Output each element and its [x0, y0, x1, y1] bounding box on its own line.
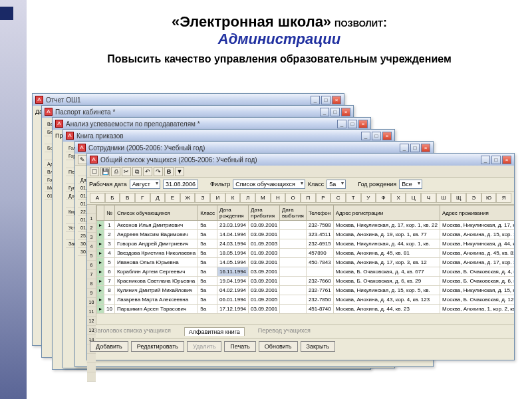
- cell[interactable]: 323-4511: [306, 230, 333, 239]
- close-button[interactable]: ×: [382, 132, 392, 140]
- alpha-letter[interactable]: С: [331, 193, 346, 203]
- titlebar[interactable]: A Общий список учащихся (2005-2006: Учеб…: [87, 154, 514, 166]
- cell[interactable]: [280, 295, 307, 305]
- cell[interactable]: [280, 221, 307, 230]
- cell[interactable]: Москва, Б. Очаковская, д. 4, кв. 677: [333, 267, 440, 277]
- cell[interactable]: ▸: [97, 305, 104, 314]
- titlebar[interactable]: A Сотрудники (2005-2006: Учебный год) _ …: [75, 142, 433, 154]
- alpha-letter[interactable]: Ч: [421, 193, 436, 203]
- table-row[interactable]: ▸7Красникова Светлана Юрьевна5а19.04.199…: [97, 277, 515, 286]
- cell[interactable]: Паршикин Арсен Тарасович: [114, 305, 198, 314]
- column-header[interactable]: Список обучающихся: [114, 205, 198, 221]
- cell[interactable]: 5а: [198, 221, 217, 230]
- titlebar[interactable]: A Отчет ОШ1 _ □ ×: [33, 94, 344, 106]
- column-header[interactable]: Дата рождения: [217, 205, 249, 221]
- minimize-button[interactable]: _: [320, 108, 329, 116]
- cell[interactable]: Лазарева Марта Алексеевна: [114, 295, 198, 305]
- cell[interactable]: Москва, Никулинская, д. 17, кор. 2, кв. …: [440, 221, 514, 230]
- alpha-letter[interactable]: М: [255, 193, 271, 203]
- new-icon[interactable]: ☐: [90, 167, 99, 176]
- cell[interactable]: 5а: [198, 286, 217, 295]
- maximize-button[interactable]: □: [410, 144, 420, 152]
- table-row[interactable]: ▸3Говоров Андрей Дмитриевич5а24.03.19940…: [97, 239, 515, 249]
- cell[interactable]: 24.03.1994: [217, 239, 249, 249]
- alpha-letter[interactable]: Э: [466, 193, 481, 203]
- window-students[interactable]: A Общий список учащихся (2005-2006: Учеб…: [86, 153, 515, 360]
- cell[interactable]: Москва, Никулинская, д. 15, кор. 5, кв.: [333, 286, 440, 295]
- minimize-button[interactable]: _: [311, 96, 320, 104]
- cell[interactable]: 03.09.2001: [249, 286, 280, 295]
- cell[interactable]: 14.05.1994: [217, 258, 249, 267]
- close-button[interactable]: Закрыть: [301, 341, 336, 352]
- alpha-letter[interactable]: Ф: [376, 193, 391, 203]
- grid-scroll[interactable]: №Список обучающихсяКлассДата рожденияДат…: [96, 205, 514, 325]
- cell[interactable]: 451-8740: [306, 305, 333, 314]
- row-nav-cell[interactable]: 7: [87, 270, 96, 279]
- close-button[interactable]: ×: [332, 96, 341, 104]
- close-button[interactable]: ×: [358, 120, 368, 128]
- cell[interactable]: [280, 267, 307, 277]
- cell[interactable]: 06.01.1994: [217, 295, 249, 305]
- row-nav-cell[interactable]: 11: [87, 307, 96, 317]
- table-row[interactable]: ▸8Кулинич Дмитрий Михайлович5а04.02.1994…: [97, 286, 515, 295]
- tab-transfer[interactable]: Перевод учащихся: [258, 327, 311, 336]
- cell[interactable]: 03.09.2001: [249, 277, 280, 286]
- cell[interactable]: Москва, Никулинская, д. 44, кор. 1, кв.: [333, 239, 440, 249]
- row-nav-cell[interactable]: 5: [87, 251, 96, 261]
- alpha-letter[interactable]: Д: [150, 193, 166, 203]
- table-row[interactable]: ▸4Звездова Кристина Николаевна5а18.05.19…: [97, 249, 515, 258]
- cell[interactable]: ▸: [97, 258, 104, 267]
- copy-icon[interactable]: ⧉: [132, 167, 142, 176]
- cell[interactable]: Москва, Анохина, д. 43, кор. 4, кв. 123: [333, 295, 440, 305]
- close-button[interactable]: ×: [502, 156, 511, 164]
- cell[interactable]: Москва, Никулинская, д. 15, кор. 5, кв.: [440, 286, 514, 295]
- cell[interactable]: ▸: [97, 249, 104, 258]
- alpha-letter[interactable]: Х: [391, 193, 406, 203]
- close-button[interactable]: ×: [421, 144, 430, 152]
- cell[interactable]: 5а: [198, 249, 217, 258]
- alpha-letter[interactable]: У: [361, 193, 376, 203]
- cell[interactable]: Москва, Анохина, д. 44, кв. 23: [333, 305, 440, 314]
- tool-icon[interactable]: ✎: [78, 155, 87, 164]
- year-select[interactable]: Все: [399, 180, 422, 189]
- column-header[interactable]: Дата прибытия: [249, 205, 280, 221]
- cell[interactable]: [280, 305, 307, 314]
- column-header[interactable]: Адрес проживания: [440, 205, 514, 221]
- cell[interactable]: Москва, Анохина, д. 17, кор. 3, кв. 12: [333, 258, 440, 267]
- alpha-letter[interactable]: З: [195, 193, 210, 203]
- table-row[interactable]: ▸1Аксенов Илья Дмитриевич5а23.03.199403.…: [97, 221, 515, 230]
- cell[interactable]: 232-7588: [306, 221, 333, 230]
- cell[interactable]: 5а: [198, 239, 217, 249]
- cell[interactable]: 03.09.2001: [249, 267, 280, 277]
- cell[interactable]: ▸: [97, 221, 104, 230]
- table-row[interactable]: ▸9Лазарева Марта Алексеевна5а06.01.19940…: [97, 295, 515, 305]
- redo-icon[interactable]: ↷: [154, 167, 163, 176]
- column-header[interactable]: Адрес регистрации: [333, 205, 440, 221]
- cell[interactable]: 23.03.1994: [217, 221, 249, 230]
- cell[interactable]: 457890: [306, 249, 333, 258]
- row-navigator[interactable]: 1234567891011121314: [87, 205, 96, 325]
- cell[interactable]: 1: [104, 221, 115, 230]
- row-nav-cell[interactable]: 10: [87, 298, 96, 307]
- cell[interactable]: [306, 267, 333, 277]
- cell[interactable]: Андреев Максим Вадимович: [114, 230, 198, 239]
- cell[interactable]: Москва, Никулинская, д. 44, кор. 1, кв. …: [440, 239, 514, 249]
- cell[interactable]: 3: [104, 239, 115, 249]
- cell[interactable]: ▸: [97, 239, 104, 249]
- row-nav-cell[interactable]: [87, 372, 96, 382]
- save-icon[interactable]: 💾: [100, 167, 110, 176]
- alpha-letter[interactable]: Т: [346, 193, 361, 203]
- delete-button[interactable]: Удалить: [187, 341, 221, 352]
- column-header[interactable]: Класс: [198, 205, 217, 221]
- column-header[interactable]: Дата выбытия: [280, 205, 307, 221]
- cell[interactable]: 9: [104, 295, 115, 305]
- cell[interactable]: Москва, Б. Очаковская, д. 4, кв. 677: [440, 267, 514, 277]
- tab-alpha[interactable]: Алфавитная книга: [184, 327, 245, 336]
- cell[interactable]: 14.04.1994: [217, 230, 249, 239]
- column-header[interactable]: №: [104, 205, 115, 221]
- cell[interactable]: 5а: [198, 267, 217, 277]
- row-nav-cell[interactable]: 8: [87, 279, 96, 289]
- cell[interactable]: Москва, Анохина, д. 45, кв. 81: [440, 249, 514, 258]
- class-select[interactable]: 5а: [327, 180, 346, 189]
- cell[interactable]: Москва, Анохина, д. 15, кор. 1, кв. 77: [440, 230, 514, 239]
